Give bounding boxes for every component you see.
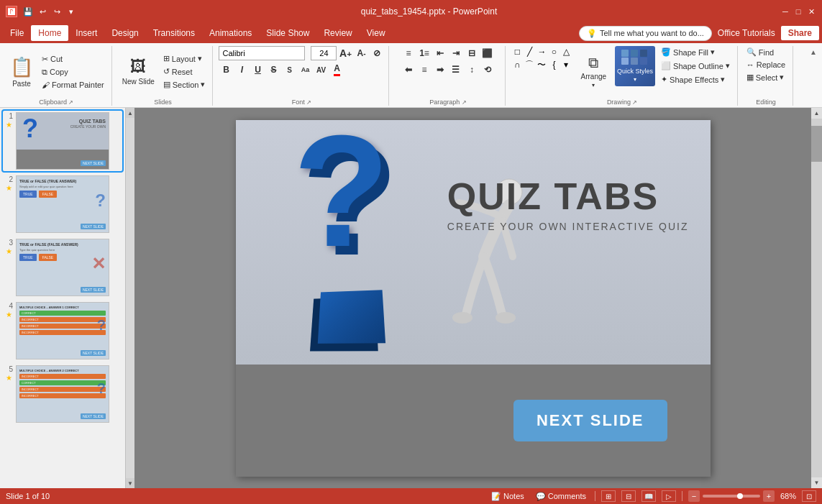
- shadow-button[interactable]: S: [282, 63, 296, 77]
- bullets-button[interactable]: ≡: [401, 46, 416, 60]
- clear-formatting-button[interactable]: ⊘: [370, 46, 384, 60]
- undo-button[interactable]: ↩: [36, 5, 49, 18]
- shape-arrow[interactable]: →: [536, 46, 547, 58]
- increase-indent-button[interactable]: ⇥: [449, 46, 463, 60]
- font-color-button[interactable]: A: [329, 63, 344, 77]
- shape-triangle[interactable]: △: [560, 46, 572, 58]
- slide-thumb-5[interactable]: 5 ★ MULTIPLE CHOICE – ANSWER 2 CORRECT I…: [3, 364, 122, 424]
- align-center-button[interactable]: ≡: [417, 63, 431, 77]
- slide-num-5: 5: [4, 365, 13, 373]
- menu-home[interactable]: Home: [31, 25, 68, 41]
- panel-scroll-down[interactable]: ▼: [126, 478, 134, 488]
- shape-squiggle[interactable]: 〜: [536, 59, 547, 70]
- menu-animations[interactable]: Animations: [202, 25, 259, 41]
- layout-button[interactable]: ⊞ Layout ▾: [160, 52, 209, 65]
- bold-button[interactable]: B: [219, 63, 233, 77]
- quick-styles-grid: [621, 50, 649, 65]
- office-tutorials-link[interactable]: Office Tutorials: [718, 28, 775, 38]
- slide-thumb-3[interactable]: 3 ★ TRUE or FALSE (FALSE ANSWER) Type th…: [3, 237, 122, 298]
- shape-line[interactable]: ╱: [524, 46, 535, 58]
- line-spacing-button[interactable]: ↕: [465, 63, 479, 77]
- scroll-up-arrow[interactable]: ▲: [811, 108, 822, 119]
- menu-transitions[interactable]: Transitions: [146, 25, 202, 41]
- shape-bend[interactable]: ⌒: [524, 59, 535, 70]
- title-bar-left: 🅿 💾 ↩ ↪ ▾: [6, 5, 78, 18]
- reading-view-button[interactable]: 📖: [641, 490, 656, 502]
- underline-button[interactable]: U: [250, 63, 265, 77]
- format-painter-button[interactable]: 🖌 Format Painter: [39, 79, 107, 91]
- justify-button[interactable]: ☰: [449, 63, 463, 77]
- cut-button[interactable]: ✂ Cut: [39, 53, 107, 65]
- shape-circle[interactable]: ○: [548, 46, 560, 58]
- redo-button[interactable]: ↪: [50, 5, 63, 18]
- shape-more[interactable]: ▾: [560, 59, 572, 70]
- ribbon-collapse-button[interactable]: ▲: [808, 46, 819, 58]
- slide-thumb-4[interactable]: 4 ★ MULTIPLE CHOICE – ANSWER 1 CORRECT C…: [3, 301, 122, 361]
- font-size-selector[interactable]: 24: [311, 46, 337, 60]
- zoom-slider[interactable]: [703, 495, 760, 498]
- zoom-minus-button[interactable]: −: [688, 490, 700, 502]
- shapes-grid-top: □ ╱ → ○ △: [511, 46, 572, 58]
- scroll-down-arrow[interactable]: ▼: [811, 477, 822, 488]
- shape-curve[interactable]: ∩: [511, 59, 523, 70]
- smart-art-button[interactable]: ⬛: [480, 46, 495, 60]
- text-direction-button[interactable]: ⟲: [480, 63, 495, 77]
- arrange-button[interactable]: ⧉ Arrange ▾: [575, 46, 612, 96]
- menu-insert[interactable]: Insert: [68, 25, 104, 41]
- slide-info: Slide 1 of 10: [6, 492, 50, 500]
- strikethrough-button[interactable]: S: [266, 63, 280, 77]
- copy-button[interactable]: ⧉ Copy: [39, 66, 107, 78]
- fit-window-button[interactable]: ⊡: [802, 490, 816, 502]
- font-shrink-button[interactable]: A-: [354, 46, 368, 60]
- scroll-thumb-right[interactable]: [811, 126, 822, 162]
- font-grow-button[interactable]: A+: [338, 46, 352, 60]
- menu-file[interactable]: File: [3, 25, 31, 41]
- shape-brace[interactable]: {: [548, 59, 560, 70]
- minimize-button[interactable]: ─: [780, 6, 790, 17]
- italic-button[interactable]: I: [234, 63, 249, 77]
- find-button[interactable]: 🔍 Find: [744, 46, 788, 58]
- new-slide-button[interactable]: 🖼 New Slide: [118, 55, 159, 88]
- char-spacing-button[interactable]: AV: [314, 63, 328, 77]
- zoom-plus-button[interactable]: +: [763, 490, 775, 502]
- normal-view-button[interactable]: ⊞: [601, 490, 616, 502]
- maximize-button[interactable]: □: [793, 6, 803, 17]
- zoom-slider-thumb[interactable]: [737, 493, 743, 499]
- decrease-indent-button[interactable]: ⇤: [433, 46, 447, 60]
- slide-thumb-1[interactable]: 1 ★ ? QUIZ TABS CREATE YOUR OWN NEXT SLI…: [3, 111, 122, 171]
- menu-design[interactable]: Design: [104, 25, 145, 41]
- case-button[interactable]: Aa: [298, 63, 312, 77]
- replace-button[interactable]: ↔ Replace: [744, 59, 788, 70]
- section-button[interactable]: ▤ Section ▾: [160, 78, 209, 91]
- tell-me-box[interactable]: 💡 Tell me what you want to do...: [579, 26, 712, 41]
- slide-thumb-2[interactable]: 2 ★ TRUE or FALSE (TRUE ANSWER) Simply a…: [3, 174, 122, 234]
- shape-formatting-col: 🪣 Shape Fill ▾ ⬜ Shape Outline ▾ ✦ Shape…: [658, 46, 733, 86]
- next-slide-button[interactable]: NEXT SLIDE: [513, 400, 667, 441]
- shape-outline-button[interactable]: ⬜ Shape Outline ▾: [658, 60, 733, 72]
- reset-button[interactable]: ↺ Reset: [160, 65, 209, 78]
- shape-rect[interactable]: □: [511, 46, 523, 58]
- notes-button[interactable]: 📝 Notes: [488, 490, 527, 503]
- menu-review[interactable]: Review: [316, 25, 359, 41]
- select-button[interactable]: ▦ Select ▾: [744, 71, 788, 83]
- align-left-button[interactable]: ⬅: [401, 63, 416, 77]
- shape-fill-button[interactable]: 🪣 Shape Fill ▾: [658, 46, 733, 58]
- slide-sorter-button[interactable]: ⊟: [621, 490, 636, 502]
- customize-button[interactable]: ▾: [65, 5, 78, 18]
- save-button[interactable]: 💾: [22, 5, 35, 18]
- columns-button[interactable]: ⊟: [465, 46, 479, 60]
- paste-button[interactable]: 📋 Paste: [6, 53, 37, 91]
- align-right-button[interactable]: ➡: [433, 63, 447, 77]
- menu-view[interactable]: View: [360, 25, 393, 41]
- shape-effects-button[interactable]: ✦ Shape Effects ▾: [658, 73, 733, 86]
- numbering-button[interactable]: 1≡: [417, 46, 431, 60]
- close-button[interactable]: ✕: [806, 6, 816, 17]
- font-name-selector[interactable]: Calibri: [219, 46, 305, 60]
- shape-effects-icon: ✦: [661, 75, 667, 84]
- panel-scroll-up[interactable]: ▲: [126, 108, 134, 118]
- menu-slideshow[interactable]: Slide Show: [259, 25, 316, 41]
- slideshow-view-button[interactable]: ▷: [662, 490, 676, 502]
- quick-styles-button[interactable]: Quick Styles ▾: [615, 46, 655, 86]
- share-button[interactable]: Share: [781, 26, 819, 40]
- comments-button[interactable]: 💬 Comments: [533, 490, 589, 503]
